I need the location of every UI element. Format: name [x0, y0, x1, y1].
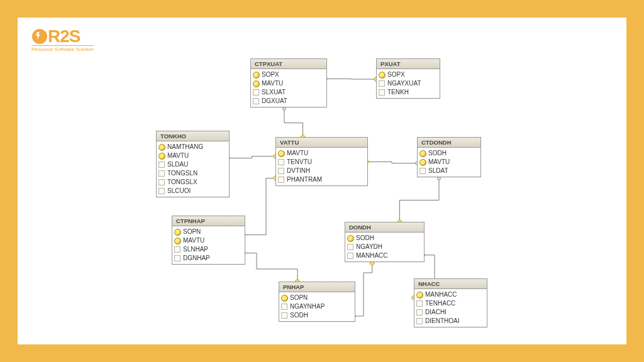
- table-pxuat[interactable]: PXUATSOPXNGAYXUATTENKH: [376, 58, 440, 99]
- field-name: DVTINH: [287, 167, 310, 175]
- table-field[interactable]: SODH: [418, 149, 480, 158]
- field-icon: [158, 170, 165, 177]
- table-field[interactable]: TONGSLN: [157, 169, 229, 178]
- table-header: TONKHO: [157, 131, 229, 141]
- field-name: SLXUAT: [262, 88, 286, 97]
- key-icon: [416, 292, 423, 299]
- er-diagram: CTPXUATSOPXMAVTUSLXUATDGXUATPXUATSOPXNGA…: [137, 52, 602, 341]
- table-field[interactable]: TENVTU: [276, 158, 367, 167]
- field-icon: [419, 168, 426, 174]
- field-icon: [347, 244, 354, 250]
- key-icon: [252, 80, 260, 87]
- key-icon: [174, 238, 181, 244]
- table-field[interactable]: SOPN: [279, 293, 355, 302]
- table-tonkho[interactable]: TONKHONAMTHANGMAVTUSLDAUTONGSLNTONGSLXSL…: [156, 131, 230, 197]
- table-field[interactable]: DIACHI: [414, 308, 487, 317]
- field-name: DIACHI: [425, 308, 447, 317]
- field-name: TONGSLN: [167, 169, 197, 178]
- field-name: SLDAU: [167, 160, 188, 169]
- table-field[interactable]: SLXUAT: [251, 88, 326, 97]
- field-icon: [158, 188, 165, 194]
- table-field[interactable]: DGXUAT: [251, 97, 326, 106]
- field-name: DGNHAP: [183, 254, 210, 263]
- field-icon: [158, 162, 165, 168]
- table-field[interactable]: SODH: [345, 234, 424, 243]
- table-pnhap[interactable]: PNHAPSOPNNGAYNHAPSODH: [279, 282, 355, 322]
- field-icon: [378, 80, 386, 87]
- logo-mark: R2S: [31, 26, 80, 47]
- field-icon: [280, 304, 288, 310]
- table-field[interactable]: SOPN: [172, 228, 245, 236]
- table-header: DONDH: [345, 222, 424, 233]
- field-name: SLCUOI: [167, 187, 191, 195]
- table-nhacc[interactable]: NHACCMANHACCTENHACCDIACHIDIENTHOAI: [414, 278, 487, 327]
- field-icon: [174, 246, 181, 253]
- table-field[interactable]: NGAYDH: [345, 243, 424, 251]
- svg-point-0: [32, 29, 47, 44]
- table-field[interactable]: MAVTU: [251, 79, 326, 88]
- brand-logo: R2S Resource Software Solution: [31, 26, 94, 52]
- key-icon: [419, 159, 426, 166]
- field-icon: [416, 300, 423, 307]
- field-icon: [416, 309, 423, 315]
- field-name: PHANTRAM: [287, 175, 322, 184]
- table-field[interactable]: SLNHAP: [172, 245, 245, 254]
- runner-icon: [31, 28, 48, 45]
- key-icon: [419, 150, 426, 157]
- table-field[interactable]: DGNHAP: [172, 254, 245, 263]
- table-field[interactable]: SLCUOI: [157, 187, 229, 195]
- field-name: DGXUAT: [262, 97, 287, 106]
- table-field[interactable]: NGAYNHAP: [279, 302, 355, 311]
- table-header: CTDONDH: [418, 138, 480, 148]
- table-field[interactable]: SOPX: [251, 70, 326, 79]
- table-field[interactable]: DVTINH: [276, 167, 367, 175]
- table-vattu[interactable]: VATTUMAVTUTENVTUDVTINHPHANTRAM: [275, 137, 368, 186]
- field-name: SOPX: [387, 70, 405, 79]
- table-field[interactable]: PHANTRAM: [276, 175, 367, 184]
- table-ctpxuat[interactable]: CTPXUATSOPXMAVTUSLXUATDGXUAT: [250, 58, 327, 107]
- field-name: MANHACC: [425, 290, 457, 299]
- logo-tagline: Resource Software Solution: [31, 45, 94, 52]
- key-icon: [347, 235, 354, 242]
- table-field[interactable]: MAVTU: [157, 151, 229, 160]
- field-name: NGAYDH: [356, 243, 382, 251]
- field-name: SOPX: [262, 70, 279, 79]
- field-icon: [252, 89, 260, 96]
- table-field[interactable]: SODH: [279, 311, 355, 320]
- field-name: SLDAT: [428, 167, 448, 175]
- table-field[interactable]: DIENTHOAI: [414, 317, 487, 326]
- table-field[interactable]: MANHACC: [345, 251, 424, 260]
- table-field[interactable]: MAVTU: [418, 158, 480, 167]
- table-dondh[interactable]: DONDHSODHNGAYDHMANHACC: [345, 222, 425, 262]
- field-name: SODH: [356, 234, 374, 243]
- field-icon: [378, 89, 386, 96]
- table-ctdondh[interactable]: CTDONDHSODHMAVTUSLDAT: [417, 137, 481, 177]
- field-name: MAVTU: [287, 149, 308, 158]
- key-icon: [280, 295, 288, 302]
- key-icon: [277, 150, 285, 157]
- table-field[interactable]: MAVTU: [276, 149, 367, 158]
- field-icon: [280, 312, 288, 319]
- field-name: TENKH: [387, 88, 409, 97]
- table-field[interactable]: SLDAT: [418, 167, 480, 175]
- table-field[interactable]: TONGSLX: [157, 178, 229, 187]
- table-field[interactable]: NAMTHANG: [157, 143, 229, 151]
- table-field[interactable]: TENKH: [377, 88, 440, 97]
- table-field[interactable]: SLDAU: [157, 160, 229, 169]
- table-field[interactable]: MANHACC: [414, 290, 487, 299]
- table-field[interactable]: NGAYXUAT: [377, 79, 440, 88]
- key-icon: [158, 153, 165, 160]
- table-header: CTPXUAT: [251, 59, 326, 69]
- field-name: SOPN: [290, 293, 308, 302]
- field-icon: [277, 177, 285, 183]
- field-icon: [277, 168, 285, 174]
- table-header: PNHAP: [279, 282, 355, 292]
- field-icon: [277, 159, 285, 165]
- field-name: MANHACC: [356, 251, 388, 260]
- table-header: VATTU: [276, 138, 367, 148]
- field-name: NGAYNHAP: [290, 302, 325, 311]
- table-field[interactable]: TENHACC: [414, 299, 487, 308]
- table-field[interactable]: SOPX: [377, 70, 440, 79]
- table-field[interactable]: MAVTU: [172, 236, 245, 245]
- table-ctpnhap[interactable]: CTPNHAPSOPNMAVTUSLNHAPDGNHAP: [172, 216, 245, 265]
